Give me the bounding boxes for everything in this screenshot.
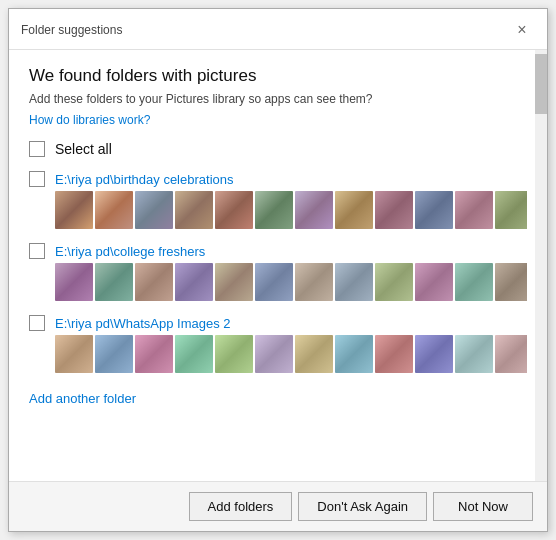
- thumbnail-2-5: [215, 263, 253, 301]
- thumbnail-1-10: [415, 191, 453, 229]
- dialog-content: We found folders with pictures Add these…: [9, 50, 547, 481]
- thumbnail-1-2: [95, 191, 133, 229]
- main-heading: We found folders with pictures: [29, 66, 527, 86]
- folder-checkbox-1[interactable]: [29, 171, 45, 187]
- add-folders-button[interactable]: Add folders: [189, 492, 293, 521]
- libraries-link[interactable]: How do libraries work?: [29, 113, 150, 127]
- folder-item: E:\riya pd\college freshers: [29, 243, 527, 301]
- thumbnail-1-11: [455, 191, 493, 229]
- thumbnail-2-9: [375, 263, 413, 301]
- folder-link-3[interactable]: E:\riya pd\WhatsApp Images 2: [55, 316, 231, 331]
- thumbnail-3-5: [215, 335, 253, 373]
- footer: Add folders Don't Ask Again Not Now: [9, 481, 547, 531]
- thumbnail-1-1: [55, 191, 93, 229]
- folder-thumbnails-3: [55, 335, 527, 373]
- thumbnail-3-3: [135, 335, 173, 373]
- thumbnail-3-1: [55, 335, 93, 373]
- thumbnail-2-2: [95, 263, 133, 301]
- thumbnail-1-9: [375, 191, 413, 229]
- thumbnail-2-6: [255, 263, 293, 301]
- thumbnail-2-7: [295, 263, 333, 301]
- select-all-row: Select all: [29, 141, 527, 157]
- folder-thumbnails-2: [55, 263, 527, 301]
- thumbnail-2-12: [495, 263, 527, 301]
- folder-row: E:\riya pd\college freshers: [29, 243, 527, 259]
- thumbnail-2-11: [455, 263, 493, 301]
- thumbnail-3-4: [175, 335, 213, 373]
- thumbnail-2-8: [335, 263, 373, 301]
- folder-item: E:\riya pd\birthday celebrations: [29, 171, 527, 229]
- folder-suggestions-dialog: Folder suggestions × We found folders wi…: [8, 8, 548, 532]
- thumbnail-1-8: [335, 191, 373, 229]
- thumbnail-1-3: [135, 191, 173, 229]
- scrollbar-thumb[interactable]: [535, 54, 547, 114]
- thumbnail-3-8: [335, 335, 373, 373]
- thumbnail-2-10: [415, 263, 453, 301]
- folder-checkbox-3[interactable]: [29, 315, 45, 331]
- folder-link-1[interactable]: E:\riya pd\birthday celebrations: [55, 172, 233, 187]
- folder-checkbox-2[interactable]: [29, 243, 45, 259]
- thumbnail-2-1: [55, 263, 93, 301]
- thumbnail-3-11: [455, 335, 493, 373]
- thumbnail-2-3: [135, 263, 173, 301]
- thumbnail-2-4: [175, 263, 213, 301]
- thumbnail-3-10: [415, 335, 453, 373]
- add-folder-link[interactable]: Add another folder: [29, 391, 136, 406]
- thumbnail-3-7: [295, 335, 333, 373]
- thumbnail-1-7: [295, 191, 333, 229]
- thumbnail-1-6: [255, 191, 293, 229]
- thumbnail-3-2: [95, 335, 133, 373]
- thumbnail-3-12: [495, 335, 527, 373]
- thumbnail-3-6: [255, 335, 293, 373]
- folder-link-2[interactable]: E:\riya pd\college freshers: [55, 244, 205, 259]
- close-button[interactable]: ×: [509, 17, 535, 43]
- folder-row: E:\riya pd\birthday celebrations: [29, 171, 527, 187]
- thumbnail-1-12: [495, 191, 527, 229]
- folder-item: E:\riya pd\WhatsApp Images 2: [29, 315, 527, 373]
- folder-row: E:\riya pd\WhatsApp Images 2: [29, 315, 527, 331]
- folder-thumbnails-1: [55, 191, 527, 229]
- thumbnail-3-9: [375, 335, 413, 373]
- not-now-button[interactable]: Not Now: [433, 492, 533, 521]
- thumbnail-1-5: [215, 191, 253, 229]
- folders-container: E:\riya pd\birthday celebrationsE:\riya …: [29, 171, 527, 373]
- sub-text: Add these folders to your Pictures libra…: [29, 92, 527, 106]
- scrollbar-track[interactable]: [535, 50, 547, 481]
- select-all-label: Select all: [55, 141, 112, 157]
- title-bar: Folder suggestions ×: [9, 9, 547, 50]
- dont-ask-button[interactable]: Don't Ask Again: [298, 492, 427, 521]
- thumbnail-1-4: [175, 191, 213, 229]
- select-all-checkbox[interactable]: [29, 141, 45, 157]
- dialog-title: Folder suggestions: [21, 23, 122, 37]
